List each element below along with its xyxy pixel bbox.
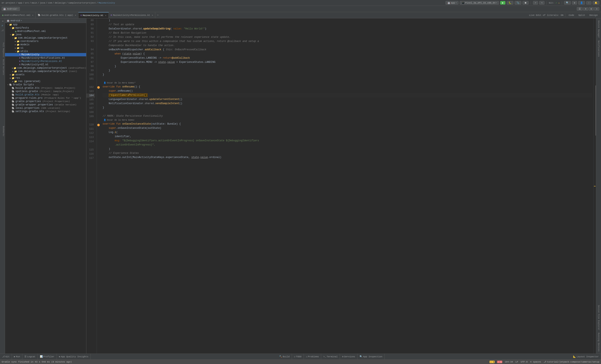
undo-button[interactable]: ↩ xyxy=(533,1,538,5)
charset[interactable]: UTF-8 xyxy=(521,361,528,363)
device-manager-label[interactable]: Device Manager xyxy=(597,19,600,39)
tree-item-res-generated[interactable]: ▶ 📁 res (generated) xyxy=(5,80,86,83)
breadcrumb: er-project / app / src / main / java / c… xyxy=(2,2,115,4)
indent[interactable]: 4 spaces xyxy=(530,361,541,363)
update-button[interactable]: ↑ xyxy=(586,1,591,5)
redo-button[interactable]: ↪ xyxy=(539,1,544,5)
settings-button[interactable]: ⚙ xyxy=(572,1,577,5)
tree-item-manifests[interactable]: ▾ 📁 manifests xyxy=(5,26,86,30)
tree-item-mainactivity-notif[interactable]: ▶ K MainActivity+Notifications.kt xyxy=(5,56,86,60)
tree-item-java[interactable]: ▾ 📁 java xyxy=(5,33,86,36)
profiler-tool[interactable]: 📊 Profiler xyxy=(38,354,57,359)
tab-mainactivity-permissions[interactable]: K MainActivity+Permissions.kt ✕ xyxy=(109,12,155,18)
tree-item-com-delasign[interactable]: ▾ 📁 com.delasign.samplestarterproject xyxy=(5,36,86,40)
git-tool[interactable]: ⎇ Git xyxy=(0,354,12,359)
gutter xyxy=(97,18,101,354)
problems-tool[interactable]: ⚠ Problems xyxy=(304,354,321,359)
git-branch[interactable]: ⎇ tutorial/jetpack-compose/camerax/setup xyxy=(544,360,599,363)
errors-indicator[interactable]: ✓ 1 xyxy=(497,361,502,363)
kt-icon2: K xyxy=(111,14,112,17)
warning-count: ⚠ 1 xyxy=(490,361,495,363)
build-variants-label[interactable]: Build Variants xyxy=(0,59,5,76)
tab-manifest[interactable]: ▣ AndroidManifest.xml ✕ xyxy=(0,12,36,18)
run-button[interactable]: ▶ xyxy=(500,1,505,5)
terminal-icon: >_ xyxy=(323,355,326,358)
terminal-tool[interactable]: >_ Terminal xyxy=(321,354,340,359)
git-warning-icon: ⚠ xyxy=(558,1,560,4)
pull-requests-label[interactable]: Pull Requests xyxy=(0,42,5,58)
tree-item-assets[interactable]: ▶ 📁 assets xyxy=(5,73,86,76)
todo-icon: ☑ xyxy=(294,355,295,358)
app-quality-tool[interactable]: ◈ App Quality Insights xyxy=(57,354,91,359)
todo-tool[interactable]: ☑ TODO xyxy=(292,354,304,359)
close-tab-manifest[interactable]: ✕ xyxy=(32,14,33,17)
tree-item-gradle-props[interactable]: ▶ 🐘 gradle.properties (Project Propertie… xyxy=(5,100,86,103)
notifications-button[interactable]: 🔔 xyxy=(593,1,599,5)
tab-mainactivity[interactable]: K MainActivity.kt ✕ xyxy=(79,12,109,18)
device-file-explorer-label[interactable]: Device File Explorer xyxy=(597,304,600,332)
close-tab-permissions[interactable]: ✕ xyxy=(152,14,153,17)
cursor-position[interactable]: 104:34 xyxy=(505,361,513,363)
tree-item-ui[interactable]: ▶ 📁 ui xyxy=(5,46,86,50)
tree-item-local-props[interactable]: ▶ 🐘 local.properties (SDK Location) xyxy=(5,106,86,110)
tree-item-mainactivity[interactable]: ▶ K MainActivity xyxy=(5,53,86,56)
line-ending[interactable]: LF xyxy=(515,361,518,363)
stop-button[interactable]: ⏹ xyxy=(522,1,529,5)
project-icon[interactable]: P xyxy=(0,24,5,28)
tree-item-gradle-wrapper[interactable]: ▶ 🐘 gradle-wrapper.properties (Gradle Ve… xyxy=(5,103,86,106)
logcat-tool[interactable]: ☰ Logcat xyxy=(22,354,38,359)
tree-item-mainactivity-perm[interactable]: ▶ K MainActivity+Permissions.kt xyxy=(5,60,86,63)
tree-item-mainactivity-ui[interactable]: ▶ K MainActivity+UI.kt xyxy=(5,63,86,66)
services-tool[interactable]: ⚙ Services xyxy=(340,354,357,359)
tree-item-models[interactable]: ▶ 📁 models xyxy=(5,43,86,46)
notifications-label[interactable]: Notifications xyxy=(597,39,600,58)
live-edit-indicator[interactable]: Live Edit of literals: ON xyxy=(529,14,563,17)
running-devices-label[interactable]: Running Devices xyxy=(597,332,600,353)
close-panel-button[interactable]: ✕ xyxy=(594,7,599,11)
structure-button[interactable]: ☰ xyxy=(577,7,583,11)
resource-manager-icon[interactable]: R xyxy=(0,19,5,23)
tree-item-androidtest[interactable]: ▶ 📁 com.delasign.samplestarterproject (a… xyxy=(5,66,86,70)
gear-button[interactable]: ⚙ xyxy=(589,7,594,11)
more-tabs-button[interactable]: ⋯ xyxy=(155,14,160,17)
tree-item-test[interactable]: ▶ 📁 com.delasign.samplestarterproject (t… xyxy=(5,70,86,73)
code-content[interactable]: ) // Test an update DataCoordinator.shar… xyxy=(101,18,593,354)
tree-item-app[interactable]: ▾ 📁 app xyxy=(5,23,86,26)
collapse-button[interactable]: ≡ xyxy=(583,7,588,11)
android-dropdown[interactable]: 🤖 Android ▾ xyxy=(2,7,20,11)
code-editor[interactable]: 88 89 90 91 92 93 94 95 96 97 98 99 100 … xyxy=(86,18,596,354)
profile-button[interactable]: 👤 xyxy=(578,1,585,5)
layout-inspector-icon: 📐 xyxy=(573,355,576,358)
split-view-button[interactable]: Split xyxy=(577,14,587,17)
device-selector-button[interactable]: 📱 Pixel_3a_API_33_x86_64 ▾ xyxy=(460,1,499,5)
attach-button[interactable]: 📎 xyxy=(515,1,521,5)
tree-item-res[interactable]: ▶ 📁 res xyxy=(5,76,86,80)
build-tool[interactable]: 🔨 Build xyxy=(277,354,292,359)
layout-inspector-tool[interactable]: 📐 Layout Inspector xyxy=(571,354,601,359)
commit-icon[interactable]: ⎇ xyxy=(0,28,5,32)
search-button[interactable]: 🔍 xyxy=(564,1,571,5)
tree-item-gradle-scripts[interactable]: ▾ 🐘 Gradle Scripts xyxy=(5,83,86,86)
app-inspection-tool[interactable]: 🔍 App Inspection xyxy=(358,354,385,359)
close-tab-build[interactable]: ✕ xyxy=(75,14,76,17)
line-numbers: 88 89 90 91 92 93 94 95 96 97 98 99 100 … xyxy=(86,18,97,354)
tree-item-proguard[interactable]: ▶ 🐘 proguard-rules.pro (ProGuard Rules f… xyxy=(5,96,86,100)
tree-item-build-gradle-project[interactable]: ▶ 🐘 build.gradle.kts (Project: Sample_Pr… xyxy=(5,86,86,90)
warnings-indicator[interactable]: ⚠ 1 xyxy=(490,361,495,363)
tree-item-spotless[interactable]: ▶ 🐘 spotless.gradle (Project: Sample_Pro… xyxy=(5,90,86,93)
file-tree-title: Android xyxy=(10,20,20,22)
close-tab-main[interactable]: ✕ xyxy=(105,14,106,17)
run-config-button[interactable]: 🤖 app ▾ xyxy=(446,1,459,5)
tree-item-build-gradle-module[interactable]: ▶ 🐘 build.gradle.kts (Module :app) xyxy=(5,93,86,96)
code-view-button[interactable]: Code xyxy=(567,14,576,17)
tree-item-utils[interactable]: ▾ 📁 utils xyxy=(5,50,86,53)
run-tool[interactable]: ▶ Run xyxy=(12,354,22,359)
bookmarks-label[interactable]: Bookmarks xyxy=(0,125,5,137)
tree-item-settings-gradle[interactable]: ▶ 🐘 settings.gradle.kts (Project Setting… xyxy=(5,110,86,113)
profiler-icon: 📊 xyxy=(40,355,43,358)
tree-item-coordinators[interactable]: ▶ 📁 coordinators xyxy=(5,40,86,43)
tab-build-gradle[interactable]: 🐘 build.gradle.kts (:app) ✕ xyxy=(36,12,79,18)
design-view-button[interactable]: Design xyxy=(588,14,599,17)
debug-button[interactable]: 🐛 xyxy=(507,1,513,5)
tree-item-androidmanifest[interactable]: ▶ ▣ AndroidManifest.xml xyxy=(5,30,86,33)
